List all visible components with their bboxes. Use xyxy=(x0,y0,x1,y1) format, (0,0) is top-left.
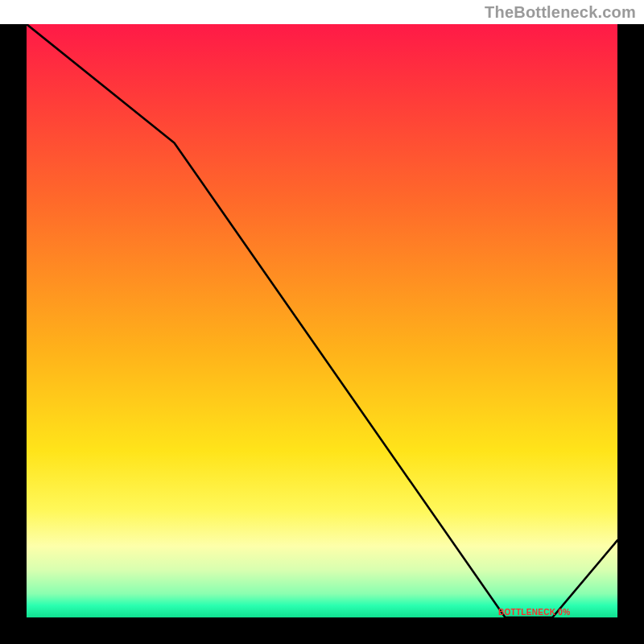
plot-area: BOTTLENECK 0% xyxy=(27,24,617,617)
bottleneck-line xyxy=(27,24,617,617)
plateau-label: BOTTLENECK 0% xyxy=(498,608,570,617)
chart-frame: BOTTLENECK 0% xyxy=(0,24,644,644)
chart-container: TheBottleneck.com BOTTLENECK 0% xyxy=(0,0,644,644)
attribution-text: TheBottleneck.com xyxy=(485,3,636,22)
